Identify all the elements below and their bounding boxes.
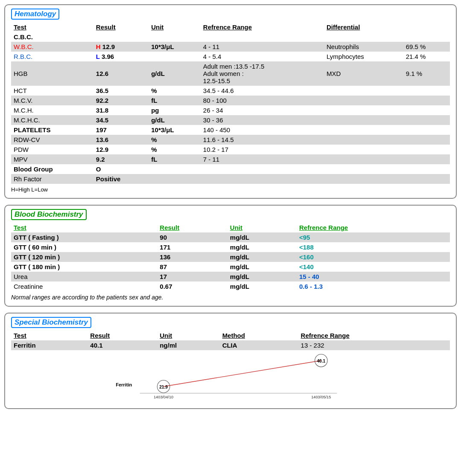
cell-result: Positive	[93, 174, 149, 184]
cell-unit	[149, 32, 201, 42]
table-row: GTT ( 60 min )171mg/dL<188	[11, 242, 450, 252]
table-row: Blood GroupO	[11, 164, 450, 174]
cell-result: 13.6	[93, 135, 149, 145]
col-result: Result	[93, 22, 149, 32]
cell-unit: %	[149, 145, 201, 154]
cell-test: GTT ( Fasting )	[11, 232, 157, 242]
cell-range: 0.6 - 1.3	[297, 282, 450, 291]
cell-diffval	[403, 164, 450, 174]
cell-result: 0.67	[157, 282, 228, 291]
cell-diffval	[403, 125, 450, 135]
cell-diff	[324, 125, 403, 135]
cell-range: 80 - 100	[201, 96, 324, 105]
cell-result: 40.1	[88, 340, 157, 350]
table-row: HGB12.6g/dLAdult men :13.5 -17.5 Adult w…	[11, 61, 450, 86]
hematology-header-row: Test Result Unit Refrence Range Differen…	[11, 22, 450, 32]
cell-test: Urea	[11, 272, 157, 282]
cell-diffval	[403, 145, 450, 154]
cell-diff: MXD	[324, 61, 403, 86]
cell-result: 9.2	[93, 154, 149, 164]
cell-test: Rh Factor	[11, 174, 93, 184]
cell-test: M.C.H.	[11, 105, 93, 115]
cell-method: CLIA	[220, 340, 298, 350]
cell-diff	[324, 145, 403, 154]
cell-range: <188	[297, 242, 450, 252]
cell-range: 13 - 232	[298, 340, 450, 350]
cell-range	[201, 164, 324, 174]
table-row: Urea17mg/dL15 - 40	[11, 272, 450, 282]
special-biochemistry-title: Special Biochemistry	[11, 317, 91, 328]
cell-diffval: 21.4 %	[403, 52, 450, 61]
cell-range	[201, 174, 324, 184]
table-row: Creatinine0.67mg/dL0.6 - 1.3	[11, 282, 450, 291]
bb-col-unit: Unit	[228, 223, 297, 232]
table-row: HCT36.5%34.5 - 44.6	[11, 86, 450, 96]
cell-unit	[149, 52, 201, 61]
cell-test: HGB	[11, 61, 93, 86]
bb-header-row: Test Result Unit Refrence Range	[11, 223, 450, 232]
sb-col-unit: Unit	[157, 331, 219, 340]
cell-diff	[324, 105, 403, 115]
blood-biochemistry-title: Blood Biochemistry	[11, 209, 87, 220]
cell-range: <160	[297, 252, 450, 262]
cell-test: GTT ( 60 min )	[11, 242, 157, 252]
ferritin-chart-svg: 21.9 1403/04/10 40.1 1403/05/15 Ferritin	[11, 352, 450, 403]
cell-unit: g/dL	[149, 115, 201, 125]
cell-diff: Neutrophils	[324, 42, 403, 52]
cell-result: 12.9	[93, 145, 149, 154]
cell-range: 4 - 11	[201, 42, 324, 52]
svg-text:Ferritin: Ferritin	[116, 382, 132, 387]
table-row: C.B.C.	[11, 32, 450, 42]
table-row: RDW-CV13.6%11.6 - 14.5	[11, 135, 450, 145]
cell-range	[201, 32, 324, 42]
cell-result: 92.2	[93, 96, 149, 105]
cell-test: Ferritin	[11, 340, 88, 350]
cell-test: MPV	[11, 154, 93, 164]
table-row: M.C.H.31.8pg26 - 34	[11, 105, 450, 115]
cell-unit: %	[149, 86, 201, 96]
cell-result: 90	[157, 232, 228, 242]
bb-footnote: Normal ranges are according to the patie…	[11, 294, 450, 301]
cell-test: C.B.C.	[11, 32, 93, 42]
hematology-footnote: H=High L=Low	[11, 186, 450, 193]
cell-range: 140 - 450	[201, 125, 324, 135]
cell-test: Creatinine	[11, 282, 157, 291]
cell-diffval	[403, 135, 450, 145]
cell-diffval	[403, 115, 450, 125]
cell-diffval	[403, 154, 450, 164]
cell-diff: Lymphocytes	[324, 52, 403, 61]
cell-range: 34.5 - 44.6	[201, 86, 324, 96]
svg-text:40.1: 40.1	[317, 359, 325, 363]
cell-unit: fL	[149, 154, 201, 164]
table-row: M.C.H.C.34.5g/dL30 - 36	[11, 115, 450, 125]
cell-range: 11.6 - 14.5	[201, 135, 324, 145]
cell-test: RDW-CV	[11, 135, 93, 145]
cell-test: M.C.V.	[11, 96, 93, 105]
cell-result: 171	[157, 242, 228, 252]
cell-result: 17	[157, 272, 228, 282]
cell-diffval	[403, 96, 450, 105]
bb-col-test: Test	[11, 223, 157, 232]
table-row: Ferritin40.1ng/mlCLIA13 - 232	[11, 340, 450, 350]
cell-unit: fL	[149, 96, 201, 105]
col-range: Refrence Range	[201, 22, 324, 32]
cell-unit: 10*3/μL	[149, 125, 201, 135]
cell-result: 87	[157, 262, 228, 272]
hematology-section: Hematology Test Result Unit Refrence Ran…	[4, 4, 457, 199]
cell-unit: mg/dL	[228, 282, 297, 291]
table-row: GTT ( 120 min )136mg/dL<160	[11, 252, 450, 262]
cell-result	[93, 32, 149, 42]
table-row: W.B.C.H 12.910*3/μL4 - 11Neutrophils69.5…	[11, 42, 450, 52]
svg-text:1403/04/10: 1403/04/10	[154, 395, 173, 399]
cell-result: 36.5	[93, 86, 149, 96]
cell-range: 30 - 36	[201, 115, 324, 125]
cell-range: <95	[297, 232, 450, 242]
cell-result: 136	[157, 252, 228, 262]
svg-text:1403/05/15: 1403/05/15	[311, 395, 331, 399]
cell-test: PDW	[11, 145, 93, 154]
cell-unit: 10*3/μL	[149, 42, 201, 52]
cell-unit: pg	[149, 105, 201, 115]
cell-unit: g/dL	[149, 61, 201, 86]
cell-diffval: 69.5 %	[403, 42, 450, 52]
cell-result: 197	[93, 125, 149, 135]
